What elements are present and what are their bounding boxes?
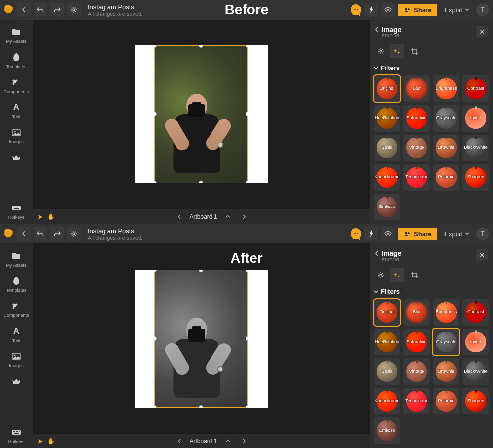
sidebar-templates[interactable]: Templates [0, 272, 33, 297]
sidebar-premium[interactable] [0, 148, 33, 167]
back-button[interactable] [17, 227, 31, 241]
prev-artboard-button[interactable] [174, 439, 185, 444]
image-settings-tab[interactable] [374, 268, 387, 282]
filter-contrast[interactable]: Contrast [462, 299, 489, 326]
sidebar-text[interactable]: AText [0, 322, 33, 347]
filter-emboss[interactable]: Emboss [374, 417, 400, 444]
filter-hue-rotation[interactable]: HueRotation [374, 105, 400, 132]
sidebar-images[interactable]: Images [0, 123, 33, 148]
filter-sepia[interactable]: Sepia [374, 135, 400, 161]
user-avatar[interactable]: T [476, 227, 489, 240]
filter-invert[interactable]: Invert [462, 105, 489, 132]
resize-handle-ne[interactable] [246, 45, 248, 48]
flash-button[interactable] [364, 3, 378, 17]
cursor-tool-icon[interactable]: ➤ [37, 437, 43, 445]
filter-black-white[interactable]: Black/White [462, 135, 489, 161]
filter-contrast[interactable]: Contrast [462, 75, 489, 102]
filter-brownie[interactable]: Brownie [433, 135, 459, 161]
sidebar-hotkeys[interactable]: Hotkeys [0, 423, 33, 448]
chat-icon[interactable] [351, 228, 361, 239]
sidebar-components[interactable]: Components [0, 297, 33, 322]
artboard-expand-button[interactable] [221, 439, 234, 443]
resize-handle-e[interactable] [246, 336, 248, 341]
image-crop-tab[interactable] [407, 268, 421, 282]
resize-handle-n[interactable] [199, 45, 203, 48]
sidebar-templates[interactable]: Templates [0, 48, 33, 73]
resize-handle-s[interactable] [199, 181, 203, 183]
filter-saturation[interactable]: Saturation [403, 329, 430, 355]
resize-handle-e[interactable] [246, 112, 248, 116]
resize-handle-s[interactable] [199, 405, 203, 408]
export-button[interactable]: Export [440, 228, 473, 240]
cursor-tool-icon[interactable]: ➤ [37, 213, 43, 221]
prev-artboard-button[interactable] [174, 214, 185, 219]
filter-brownie[interactable]: Brownie [433, 358, 459, 385]
undo-button[interactable] [34, 227, 47, 241]
filter-saturation[interactable]: Saturation [403, 105, 430, 132]
filter-black-white[interactable]: Black/White [462, 358, 489, 385]
settings-button[interactable] [67, 227, 81, 241]
filters-section-header[interactable]: Filters [374, 286, 489, 299]
undo-button[interactable] [34, 3, 47, 17]
share-button[interactable]: Share [398, 228, 437, 240]
settings-button[interactable] [67, 3, 81, 17]
filter-polaroid[interactable]: Polaroid [433, 388, 459, 414]
image-filters-tab[interactable] [390, 268, 404, 282]
sidebar-hotkeys[interactable]: Hotkeys [0, 199, 33, 224]
panel-back-button[interactable] [375, 249, 379, 256]
filter-sharpen[interactable]: Sharpen [462, 388, 489, 414]
sidebar-my-assets[interactable]: My Assets [0, 23, 33, 48]
resize-handle-se[interactable] [246, 181, 248, 183]
user-avatar[interactable]: T [476, 3, 489, 16]
resize-handle-sw[interactable] [154, 181, 157, 183]
filter-grayscale[interactable]: Grayscale [433, 105, 459, 132]
sidebar-text[interactable]: AText [0, 98, 33, 123]
resize-handle-nw[interactable] [154, 45, 157, 48]
resize-handle-sw[interactable] [154, 405, 157, 408]
preview-button[interactable] [381, 227, 395, 241]
filter-technicolor[interactable]: Technicolor [403, 388, 430, 414]
artboard-expand-button[interactable] [221, 215, 234, 218]
filter-brightness[interactable]: Brightness [433, 75, 459, 102]
filter-brightness[interactable]: Brightness [433, 299, 459, 326]
chat-icon[interactable] [351, 4, 361, 15]
artboard-name[interactable]: Artboard 1 [189, 438, 217, 445]
selected-image[interactable] [154, 270, 248, 408]
next-artboard-button[interactable] [238, 439, 250, 444]
filter-emboss[interactable]: Emboss [374, 194, 400, 220]
redo-button[interactable] [50, 3, 64, 17]
filter-sharpen[interactable]: Sharpen [462, 164, 489, 191]
resize-handle-se[interactable] [246, 405, 248, 408]
preview-button[interactable] [381, 3, 395, 17]
filter-blur[interactable]: Blur [403, 299, 430, 326]
export-button[interactable]: Export [440, 4, 473, 16]
image-crop-tab[interactable] [407, 44, 421, 58]
canvas[interactable] [33, 243, 370, 433]
filter-kodachrome[interactable]: Kodachrome [374, 164, 400, 191]
filter-original[interactable]: Original [374, 299, 400, 326]
sidebar-images[interactable]: Images [0, 347, 33, 372]
resize-handle-w[interactable] [154, 112, 157, 116]
filters-section-header[interactable]: Filters [374, 62, 489, 75]
sidebar-premium[interactable] [0, 372, 33, 391]
panel-back-button[interactable] [375, 26, 379, 33]
filter-grayscale[interactable]: Grayscale [433, 329, 459, 355]
panel-close-button[interactable]: ✕ [476, 26, 488, 37]
hand-tool-icon[interactable]: ✋ [47, 438, 55, 445]
filter-technicolor[interactable]: Technicolor [403, 164, 430, 191]
sidebar-my-assets[interactable]: My Assets [0, 246, 33, 272]
resize-handle-ne[interactable] [246, 270, 248, 272]
filter-blur[interactable]: Blur [403, 75, 430, 102]
filter-polaroid[interactable]: Polaroid [433, 164, 459, 191]
sidebar-components[interactable]: Components [0, 73, 33, 98]
canvas[interactable] [33, 20, 370, 209]
image-filters-tab[interactable] [390, 44, 404, 58]
image-settings-tab[interactable] [374, 44, 387, 58]
resize-handle-nw[interactable] [154, 270, 157, 272]
panel-close-button[interactable]: ✕ [476, 249, 488, 261]
flash-button[interactable] [364, 227, 378, 241]
artboard[interactable] [135, 45, 268, 183]
filter-invert[interactable]: Invert [462, 329, 489, 355]
share-button[interactable]: Share [398, 4, 437, 16]
filter-kodachrome[interactable]: Kodachrome [374, 388, 400, 414]
